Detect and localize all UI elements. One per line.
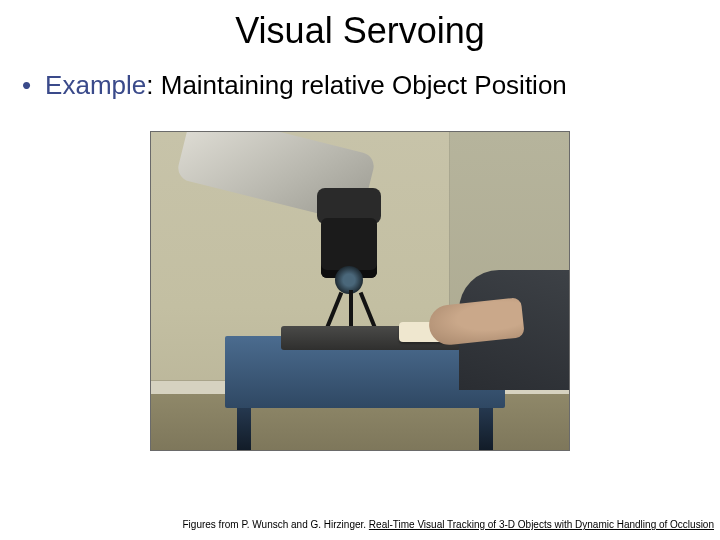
caption-link: Real-Time Visual Tracking of 3-D Objects… bbox=[369, 519, 714, 530]
figure-image bbox=[150, 131, 570, 451]
table-leg bbox=[479, 408, 493, 450]
figure-caption: Figures from P. Wunsch and G. Hirzinger.… bbox=[182, 519, 714, 530]
bullet-content: Example: Maintaining relative Object Pos… bbox=[45, 70, 567, 101]
figure-container bbox=[0, 131, 720, 451]
slide-title: Visual Servoing bbox=[0, 0, 720, 70]
bullet-separator: : bbox=[146, 70, 160, 100]
bullet-marker: • bbox=[22, 72, 31, 98]
caption-prefix: Figures from P. Wunsch and G. Hirzinger. bbox=[182, 519, 368, 530]
bullet-text: Maintaining relative Object Position bbox=[161, 70, 567, 100]
table-leg bbox=[237, 408, 251, 450]
bullet-item: • Example: Maintaining relative Object P… bbox=[0, 70, 720, 101]
bullet-label: Example bbox=[45, 70, 146, 100]
